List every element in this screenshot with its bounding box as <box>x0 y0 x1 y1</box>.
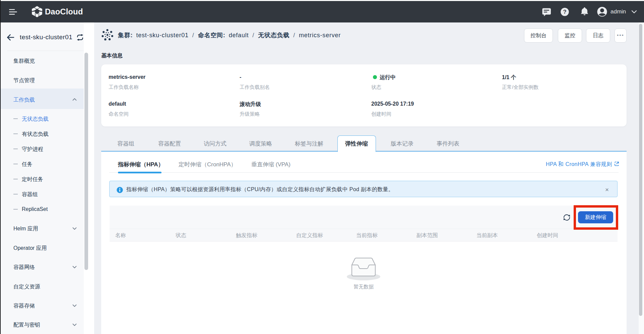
svg-text:?: ? <box>563 9 566 15</box>
